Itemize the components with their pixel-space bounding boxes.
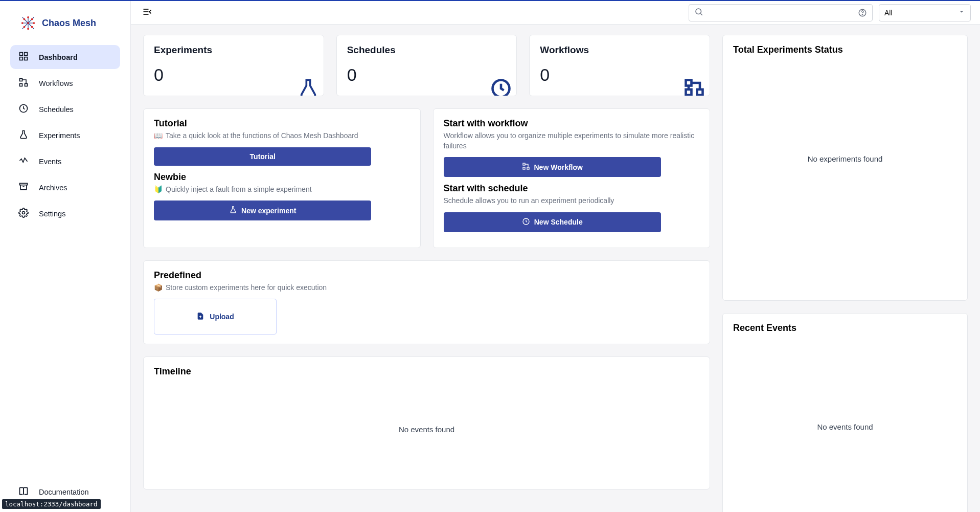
svg-point-9 — [27, 16, 29, 18]
button-label: New Workflow — [534, 163, 583, 171]
sidebar-item-dashboard[interactable]: Dashboard — [10, 45, 120, 69]
svg-point-7 — [31, 26, 33, 28]
svg-point-8 — [27, 22, 29, 24]
beginner-emoji-icon: 🔰 — [154, 185, 163, 195]
sidebar-item-schedules[interactable]: Schedules — [10, 97, 120, 121]
quickstart-card-left: Tutorial 📖 Take a quick look at the func… — [143, 108, 421, 248]
predefined-card: Predefined 📦 Store custom experiments he… — [143, 260, 710, 345]
archive-icon — [18, 182, 29, 193]
svg-rect-18 — [25, 84, 28, 86]
clock-icon — [522, 217, 530, 227]
stat-value: 0 — [540, 65, 699, 85]
sidebar-item-experiments[interactable]: Experiments — [10, 123, 120, 147]
svg-point-4 — [24, 18, 26, 20]
status-card: Total Experiments Status No experiments … — [722, 35, 968, 301]
flask-icon — [297, 77, 320, 96]
timeline-empty: No events found — [154, 379, 699, 480]
new-experiment-button[interactable]: New experiment — [154, 201, 371, 220]
stat-value: 0 — [347, 65, 507, 85]
new-schedule-button[interactable]: New Schedule — [444, 212, 661, 232]
svg-rect-31 — [686, 80, 691, 86]
chevron-down-icon — [958, 8, 965, 17]
recent-events-title: Recent Events — [733, 323, 957, 333]
content: Experiments 0 Schedules 0 — [131, 25, 980, 512]
upload-icon — [196, 312, 204, 322]
newbie-desc: Quickly inject a fault from a simple exp… — [166, 185, 312, 195]
button-label: New experiment — [241, 207, 296, 215]
svg-point-29 — [862, 14, 862, 15]
sidebar-item-label: Settings — [39, 210, 65, 218]
recent-events-empty: No events found — [733, 336, 957, 512]
svg-rect-36 — [523, 167, 525, 169]
tutorial-title: Tutorial — [154, 118, 410, 129]
workflow-desc: Workflow allows you to organize multiple… — [444, 131, 700, 151]
workflow-icon — [683, 77, 705, 96]
svg-point-5 — [31, 18, 33, 20]
sidebar-item-label: Workflows — [39, 79, 73, 87]
svg-point-12 — [33, 22, 35, 24]
svg-rect-34 — [523, 163, 525, 165]
status-title: Total Experiments Status — [733, 44, 957, 55]
stat-label: Schedules — [347, 44, 507, 56]
stat-card-experiments[interactable]: Experiments 0 — [143, 35, 324, 96]
timeline-card: Timeline No events found — [143, 357, 710, 489]
brand: Chaos Mesh — [0, 1, 130, 41]
activity-icon — [18, 155, 29, 167]
sidebar-item-label: Archives — [39, 184, 67, 192]
book-icon — [18, 486, 29, 498]
search-box[interactable] — [689, 4, 873, 21]
svg-rect-17 — [20, 79, 22, 81]
svg-rect-32 — [697, 90, 702, 95]
search-input[interactable] — [708, 5, 854, 21]
collapse-sidebar-button[interactable] — [140, 6, 154, 20]
stat-label: Workflows — [540, 44, 699, 56]
schedule-title: Start with schedule — [444, 183, 700, 194]
sidebar-item-label: Dashboard — [39, 53, 78, 61]
stat-card-workflows[interactable]: Workflows 0 — [529, 35, 710, 96]
svg-rect-35 — [527, 167, 529, 169]
workflow-icon — [18, 77, 29, 89]
predefined-desc: Store custom experiments here for quick … — [166, 283, 327, 293]
help-icon[interactable] — [858, 8, 867, 17]
tutorial-button[interactable]: Tutorial — [154, 147, 371, 166]
tutorial-desc: Take a quick look at the functions of Ch… — [166, 131, 358, 141]
namespace-selected-value: All — [884, 9, 893, 17]
menu-collapse-icon — [142, 7, 152, 18]
stat-value: 0 — [154, 65, 313, 85]
recent-events-card: Recent Events No events found — [722, 313, 968, 512]
svg-point-22 — [22, 212, 25, 214]
search-icon — [694, 7, 703, 18]
chaos-mesh-logo-icon — [20, 15, 36, 31]
svg-rect-33 — [686, 90, 691, 95]
topbar: All — [131, 1, 980, 25]
svg-rect-19 — [20, 84, 22, 86]
svg-rect-15 — [20, 57, 23, 60]
sidebar-item-events[interactable]: Events — [10, 149, 120, 173]
sidebar-item-label: Schedules — [39, 105, 74, 114]
quickstart-card-right: Start with workflow Workflow allows you … — [433, 108, 711, 248]
predefined-title: Predefined — [154, 270, 699, 281]
status-tooltip: localhost:2333/dashboard — [2, 499, 101, 509]
new-workflow-button[interactable]: New Workflow — [444, 157, 661, 177]
main: All Experiments 0 — [131, 1, 980, 512]
button-label: Upload — [210, 313, 234, 321]
stat-label: Experiments — [154, 44, 313, 56]
sidebar-item-settings[interactable]: Settings — [10, 202, 120, 226]
button-label: New Schedule — [534, 218, 583, 226]
gear-icon — [18, 208, 29, 219]
svg-rect-13 — [20, 53, 23, 56]
flask-icon — [229, 206, 237, 215]
svg-point-26 — [696, 9, 701, 14]
namespace-select[interactable]: All — [879, 4, 971, 21]
schedule-desc: Schedule allows you to run an experiment… — [444, 196, 614, 206]
svg-rect-21 — [20, 183, 28, 185]
svg-point-10 — [27, 28, 29, 30]
sidebar-item-workflows[interactable]: Workflows — [10, 71, 120, 95]
brand-title: Chaos Mesh — [42, 18, 96, 29]
upload-button[interactable]: Upload — [154, 299, 277, 335]
dashboard-icon — [18, 51, 29, 63]
package-emoji-icon: 📦 — [154, 283, 163, 293]
nav: Dashboard Workflows Schedules Experiment… — [0, 41, 130, 476]
sidebar-item-archives[interactable]: Archives — [10, 175, 120, 199]
stat-card-schedules[interactable]: Schedules 0 — [336, 35, 517, 96]
